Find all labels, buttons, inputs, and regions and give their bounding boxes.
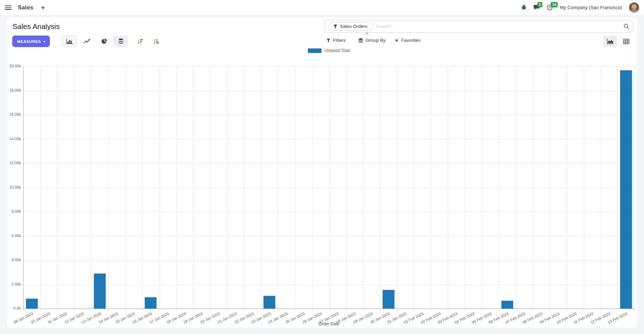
hamburger-menu-icon[interactable] xyxy=(5,5,11,10)
control-panel-toolbar: MEASURES ▾ xyxy=(7,36,637,49)
bar[interactable] xyxy=(145,297,157,309)
layers-icon xyxy=(358,38,363,43)
bar-chart-icon xyxy=(66,39,73,44)
bar-chart-plot-area xyxy=(23,66,635,309)
messages-count-badge: 5 xyxy=(537,2,542,7)
chart-legend-untaxed-total[interactable]: Untaxed Total xyxy=(23,48,635,53)
top-navbar: Sales + 5 14 My Company (San Francisco) xyxy=(0,0,644,15)
favorites-button[interactable]: ★ Favorites xyxy=(395,38,420,43)
pivot-table-icon xyxy=(623,39,629,44)
debug-bug-icon[interactable] xyxy=(521,5,527,10)
filter-funnel-icon xyxy=(326,38,331,43)
bar[interactable] xyxy=(382,290,395,309)
pie-chart-mode-button[interactable] xyxy=(97,36,111,47)
facet-remove-icon[interactable]: × xyxy=(366,31,368,36)
bar[interactable] xyxy=(94,273,106,309)
activities-count-badge: 14 xyxy=(551,2,558,7)
legend-swatch xyxy=(308,48,321,53)
sort-ascending-button[interactable] xyxy=(149,36,163,47)
x-axis-title: Order Date xyxy=(23,321,635,326)
line-chart-mode-button[interactable] xyxy=(79,36,94,47)
bar-chart-mode-button[interactable] xyxy=(62,36,77,47)
bar[interactable] xyxy=(263,296,276,309)
sort-amount-desc-icon xyxy=(137,39,143,44)
bar[interactable] xyxy=(501,301,513,309)
search-bar[interactable]: Sales Orders × xyxy=(325,20,633,33)
stacked-database-icon xyxy=(118,38,124,44)
app-name[interactable]: Sales xyxy=(18,4,33,11)
star-icon: ★ xyxy=(395,38,399,43)
view-container: Sales Analysis Sales Orders × MEASURES ▾ xyxy=(7,17,637,328)
chevron-down-icon: ▾ xyxy=(43,40,45,43)
sort-descending-button[interactable] xyxy=(133,36,147,47)
bar[interactable] xyxy=(620,70,632,309)
line-chart-icon xyxy=(84,39,90,44)
graph-view-switch-button[interactable] xyxy=(603,36,617,47)
pie-chart-icon xyxy=(101,38,107,44)
stacked-toggle-button[interactable] xyxy=(114,36,128,47)
activities-clock-icon[interactable]: 14 xyxy=(547,5,553,10)
legend-label: Untaxed Total xyxy=(324,48,350,53)
filters-button[interactable]: Filters xyxy=(326,38,346,43)
page-title: Sales Analysis xyxy=(13,22,60,31)
bar[interactable] xyxy=(26,298,38,309)
search-magnifier-icon[interactable] xyxy=(623,23,629,29)
new-tab-plus-icon[interactable]: + xyxy=(41,4,45,11)
group-by-button[interactable]: Group By xyxy=(358,38,386,43)
user-avatar[interactable] xyxy=(629,2,639,13)
search-facet-sales-orders[interactable]: Sales Orders xyxy=(329,22,373,31)
messages-icon[interactable]: 5 xyxy=(534,5,540,10)
area-chart-icon xyxy=(607,39,614,44)
search-input[interactable] xyxy=(376,24,621,29)
filter-funnel-icon xyxy=(333,24,337,29)
measures-button[interactable]: MEASURES ▾ xyxy=(12,36,50,47)
company-switcher[interactable]: My Company (San Francisco) xyxy=(560,5,622,10)
pivot-view-switch-button[interactable] xyxy=(619,36,633,47)
sort-amount-asc-icon xyxy=(153,39,159,44)
